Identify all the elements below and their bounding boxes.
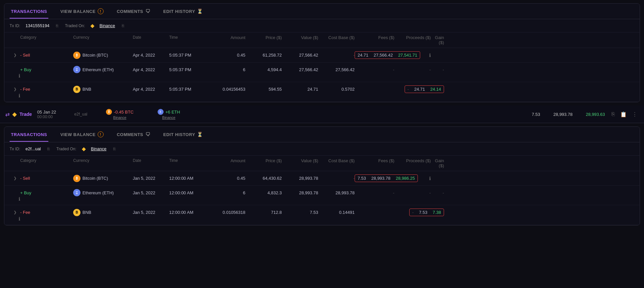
trade-more-button[interactable]: ⋮ bbox=[631, 110, 639, 119]
fees-sell-value-1: 24.71 bbox=[358, 53, 369, 58]
info-sell-1[interactable]: ℹ bbox=[394, 53, 431, 58]
trade-id: e2f_ual bbox=[74, 112, 87, 117]
expand-fee-2[interactable]: ❯ bbox=[10, 210, 20, 215]
comments-chat-icon-1: 🗨 bbox=[145, 9, 150, 14]
copy-exchange-button-2[interactable]: ⎘ bbox=[112, 146, 117, 152]
tab-transactions-1[interactable]: TRANSACTIONS bbox=[10, 4, 48, 19]
traded-on-value-1[interactable]: Binance bbox=[100, 23, 115, 28]
col-expand-1 bbox=[10, 35, 20, 45]
fees-sell-value-2: 7.53 bbox=[358, 176, 366, 181]
category-buy-2: + Buy bbox=[20, 190, 73, 195]
tab-view-balance-2[interactable]: VIEW BALANCE ! bbox=[59, 127, 105, 142]
edit-history-clock-icon-2: ⏳ bbox=[197, 132, 203, 137]
tx-header-2: Tx ID: e2f...ual ⎘ Traded On: ◆ Binance … bbox=[4, 142, 640, 156]
value-fee-2: 7.53 bbox=[282, 210, 318, 215]
bnb-coin-icon-2: B bbox=[73, 209, 80, 216]
value-fee-1: 24.71 bbox=[282, 87, 318, 92]
bnb-coin-icon-1: B bbox=[73, 86, 80, 93]
table-row: ❯ - Fee B BNB Apr 4, 2022 5:05:37 PM 0.0… bbox=[4, 82, 640, 102]
edit-history-clock-icon-1: ⏳ bbox=[197, 9, 203, 14]
traded-on-label-2: Traded On: bbox=[56, 147, 76, 151]
table-row: ❯ - Sell ₿ Bitcoin (BTC) Jan 5, 2022 12:… bbox=[4, 171, 640, 186]
trade-to-exchange[interactable]: Binance bbox=[162, 116, 175, 120]
category-sell-1: - Sell bbox=[20, 53, 73, 58]
date-sell-2: Jan 5, 2022 bbox=[133, 176, 169, 181]
trade-costbase: 7.53 bbox=[532, 112, 540, 117]
col-value-2: Value ($) bbox=[282, 158, 318, 168]
traded-on-value-2[interactable]: Binance bbox=[91, 146, 107, 151]
tab-bar-2: TRANSACTIONS VIEW BALANCE ! COMMENTS 🗨 E… bbox=[4, 127, 640, 142]
tab-transactions-label-1: TRANSACTIONS bbox=[11, 9, 47, 14]
trade-numbers: 7.53 28,993.78 28,993.63 bbox=[532, 112, 605, 117]
proceeds-fee-value-2: 7.53 bbox=[419, 210, 427, 215]
tab-bar-1: TRANSACTIONS VIEW BALANCE ! COMMENTS 🗨 E… bbox=[4, 4, 640, 19]
trade-copy-button[interactable]: ⎘ bbox=[610, 110, 616, 119]
info-fee-1[interactable]: ℹ bbox=[10, 93, 20, 98]
category-sell-2: - Sell bbox=[20, 176, 73, 181]
gain-fee-value-1: 24.14 bbox=[430, 87, 441, 92]
currency-eth-2: Ξ Ethereum (ETH) bbox=[73, 189, 133, 196]
time-fee-2: 12:00:00 AM bbox=[169, 210, 206, 215]
trade-time: 00:00:00 bbox=[37, 115, 64, 119]
copy-txid-button-2[interactable]: ⎘ bbox=[46, 146, 51, 152]
col-currency-1: Currency bbox=[73, 35, 133, 45]
tab-transactions-2[interactable]: TRANSACTIONS bbox=[10, 127, 48, 142]
info-sell-2[interactable]: ℹ bbox=[394, 176, 431, 181]
currency-btc-2: ₿ Bitcoin (BTC) bbox=[73, 175, 133, 182]
panel-2: TRANSACTIONS VIEW BALANCE ! COMMENTS 🗨 E… bbox=[4, 126, 640, 225]
expand-sell-2[interactable]: ❯ bbox=[10, 176, 20, 180]
info-fee-2[interactable]: ℹ bbox=[10, 216, 20, 221]
tab-comments-2[interactable]: COMMENTS 🗨 bbox=[116, 127, 151, 142]
currency-btc-1: ₿ Bitcoin (BTC) bbox=[73, 52, 133, 59]
date-fee-1: Apr 4, 2022 bbox=[133, 87, 169, 92]
value-buy-2: 28,993.78 bbox=[282, 190, 318, 195]
binance-diamond-icon-1: ◆ bbox=[90, 23, 94, 29]
category-fee-1: - Fee bbox=[20, 87, 73, 92]
col-date-2: Date bbox=[133, 158, 169, 168]
costbase-sell-1: - bbox=[318, 53, 355, 58]
col-price-2: Price ($) bbox=[245, 158, 282, 168]
tab-comments-label-2: COMMENTS bbox=[117, 132, 143, 137]
col-fees-2: Fees ($) bbox=[355, 158, 394, 168]
tab-comments-1[interactable]: COMMENTS 🗨 bbox=[116, 4, 151, 19]
time-fee-1: 5:05:37 PM bbox=[169, 87, 206, 92]
eth-coin-icon-1: Ξ bbox=[73, 66, 80, 73]
fees-proceeds-gain-fee-highlight-2: - 7.53 7.38 bbox=[355, 209, 444, 216]
trade-type-label: Trade bbox=[20, 112, 32, 117]
tab-view-balance-label-2: VIEW BALANCE bbox=[60, 132, 95, 137]
col-category-2: Category bbox=[20, 158, 73, 168]
expand-sell-1[interactable]: ❯ bbox=[10, 53, 20, 57]
btc-coin-icon-2: ₿ bbox=[73, 175, 80, 182]
col-expand-2 bbox=[10, 158, 20, 168]
category-fee-2: - Fee bbox=[20, 210, 73, 215]
price-sell-1: 61,258.72 bbox=[245, 53, 282, 58]
tx-id-value-2: e2f...ual bbox=[25, 146, 41, 151]
trade-asset-to: Ξ +6 ETH Binance bbox=[152, 109, 185, 120]
trade-value: 28,993.78 bbox=[553, 112, 572, 117]
amount-fee-1: 0.04156453 bbox=[206, 87, 245, 92]
col-price-1: Price ($) bbox=[245, 35, 282, 45]
copy-exchange-button-1[interactable]: ⎘ bbox=[121, 23, 125, 29]
info-buy-1[interactable]: ℹ bbox=[10, 73, 20, 78]
tab-view-balance-1[interactable]: VIEW BALANCE ! bbox=[59, 4, 105, 19]
trade-to-amount: +6 ETH bbox=[166, 110, 180, 115]
view-balance-warning-icon-2: ! bbox=[98, 131, 104, 137]
trade-from-exchange[interactable]: Binance bbox=[113, 116, 126, 120]
col-proceeds-2: Proceeds ($) bbox=[394, 158, 431, 168]
col-time-1: Time bbox=[169, 35, 206, 45]
trade-date: 05 Jan 22 bbox=[37, 110, 64, 115]
btc-coin-icon-1: ₿ bbox=[73, 52, 80, 59]
fees-buy-2: - bbox=[355, 190, 394, 195]
tab-edit-history-1[interactable]: EDIT HISTORY ⏳ bbox=[162, 4, 204, 19]
tx-id-label-2: Tx ID: bbox=[10, 147, 20, 151]
trade-comment-button[interactable]: 📋 bbox=[619, 110, 628, 119]
tab-edit-history-2[interactable]: EDIT HISTORY ⏳ bbox=[162, 127, 204, 142]
tx-id-value-1: 1341555194 bbox=[25, 23, 49, 28]
copy-txid-button-1[interactable]: ⎘ bbox=[55, 23, 60, 29]
info-buy-2[interactable]: ℹ bbox=[10, 196, 20, 202]
date-buy-1: Apr 4, 2022 bbox=[133, 67, 169, 72]
time-buy-2: 12:00:00 AM bbox=[169, 190, 206, 195]
currency-eth-1: Ξ Ethereum (ETH) bbox=[73, 66, 133, 73]
costbase-buy-2: 28,993.78 bbox=[318, 190, 355, 195]
expand-fee-1[interactable]: ❯ bbox=[10, 87, 20, 91]
